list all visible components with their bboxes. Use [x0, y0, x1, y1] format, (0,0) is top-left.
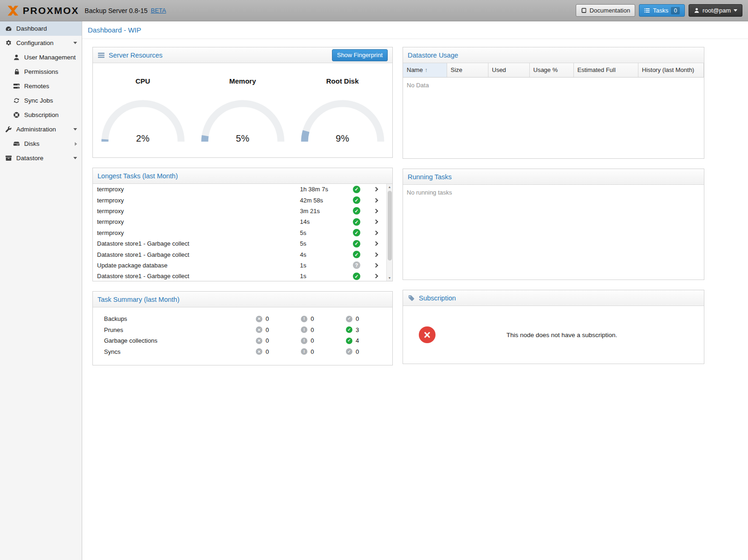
sidebar-item-permissions[interactable]: Permissions [0, 65, 82, 79]
column-header-estimated-full[interactable]: Estimated Full [573, 63, 638, 77]
task-name: termproxy [97, 208, 300, 215]
chevron-down-icon[interactable] [73, 157, 77, 159]
sidebar-item-administration[interactable]: Administration [0, 122, 82, 137]
error-count: 0 [266, 326, 269, 333]
ok-circle-icon [346, 348, 352, 355]
task-open-button[interactable] [365, 264, 386, 267]
task-row[interactable]: termproxy 5s [93, 228, 386, 238]
task-status-icon [353, 261, 360, 269]
task-name: Update package database [97, 262, 300, 269]
task-open-button[interactable] [365, 231, 386, 234]
sidebar-item-remotes[interactable]: Remotes [0, 79, 82, 93]
task-row[interactable]: termproxy 1h 38m 7s [93, 184, 386, 195]
tasks-button[interactable]: Tasks 0 [639, 4, 685, 17]
sidebar-item-label: Configuration [16, 39, 53, 46]
task-name: Datastore store1 - Garbage collect [97, 273, 300, 280]
ok-circle-icon [346, 338, 352, 344]
sidebar-item-label: Administration [16, 126, 56, 133]
longest-tasks-header: Longest Tasks (last Month) [93, 168, 392, 184]
task-duration: 42m 58s [300, 197, 348, 204]
longest-tasks-title: Longest Tasks (last Month) [98, 172, 178, 180]
proxmox-logo: PROXMOX [7, 4, 79, 17]
task-open-button[interactable] [365, 242, 386, 245]
tag-icon [408, 294, 415, 302]
subscription-title: Subscription [419, 294, 456, 302]
task-row[interactable]: termproxy 14s [93, 216, 386, 227]
task-name: termproxy [97, 218, 300, 225]
warning-circle-icon [301, 326, 307, 333]
sidebar-item-subscription[interactable]: Subscription [0, 108, 82, 122]
no-data-text: No Data [403, 78, 704, 93]
gauge-value: 5% [199, 133, 286, 144]
running-tasks-panel: Running Tasks No running tasks [403, 169, 704, 280]
task-row[interactable]: termproxy 42m 58s [93, 195, 386, 205]
column-header-history[interactable]: History (last Month) [638, 63, 704, 77]
gauge-label: CPU [136, 77, 150, 85]
beta-link[interactable]: BETA [151, 7, 166, 14]
brand-text: PROXMOX [23, 5, 79, 16]
task-row[interactable]: Datastore store1 - Garbage collect 1s [93, 271, 386, 281]
task-open-button[interactable] [365, 253, 386, 256]
column-header-name[interactable]: Name↑ [403, 63, 447, 77]
chevron-right-icon [373, 252, 378, 257]
user-menu-label: root@pam [702, 7, 731, 14]
sidebar-item-label: User Management [24, 54, 76, 61]
sidebar-item-dashboard[interactable]: Dashboard [0, 21, 82, 36]
scrollbar-thumb[interactable] [388, 191, 392, 260]
error-count: 0 [266, 315, 269, 322]
chevron-right-icon [373, 220, 378, 224]
sidebar-item-user-management[interactable]: User Management [0, 50, 82, 65]
column-label: Usage % [533, 66, 558, 73]
task-open-button[interactable] [365, 209, 386, 213]
summary-row: Syncs 0 0 0 [93, 346, 392, 358]
task-open-button[interactable] [365, 274, 386, 278]
ok-circle-icon [346, 316, 352, 322]
documentation-button[interactable]: Documentation [576, 4, 635, 17]
task-open-button[interactable] [365, 199, 386, 202]
warning-circle-icon [301, 348, 307, 355]
show-fingerprint-button[interactable]: Show Fingerprint [332, 49, 388, 61]
column-header-usage-pct[interactable]: Usage % [529, 63, 573, 77]
user-menu-button[interactable]: root@pam [689, 4, 742, 17]
task-row[interactable]: Update package database 1s [93, 260, 386, 271]
gauge-value: 2% [99, 133, 187, 144]
scroll-up-button[interactable]: ▲ [387, 184, 392, 190]
task-open-button[interactable] [365, 220, 386, 223]
chevron-down-icon[interactable] [73, 128, 77, 130]
task-status-icon [353, 273, 360, 280]
sidebar-item-disks[interactable]: Disks [0, 137, 82, 151]
task-open-button[interactable] [365, 188, 386, 191]
scroll-down-button[interactable]: ▼ [387, 275, 392, 281]
subscription-header: Subscription [403, 290, 704, 306]
task-row[interactable]: Datastore store1 - Garbage collect 5s [93, 238, 386, 249]
lifebuoy-icon [13, 111, 20, 119]
sidebar-item-label: Datastore [16, 155, 44, 162]
chevron-right-icon [373, 187, 378, 192]
error-circle-icon [256, 348, 262, 355]
sidebar-item-datastore[interactable]: Datastore [0, 151, 82, 165]
sidebar-item-configuration[interactable]: Configuration [0, 36, 82, 50]
gauge-value: 9% [299, 133, 386, 144]
product-name: Backup Server 0.8-15 [85, 7, 147, 14]
task-status-icon [353, 218, 360, 226]
task-status-icon [353, 207, 360, 215]
chevron-right-icon [373, 274, 378, 279]
chevron-right-icon [373, 263, 378, 267]
sidebar-item-sync-jobs[interactable]: Sync Jobs [0, 93, 82, 108]
task-row[interactable]: Datastore store1 - Garbage collect 4s [93, 249, 386, 260]
server-icon [13, 83, 20, 90]
task-summary-title: Task Summary (last Month) [98, 296, 179, 303]
column-label: Name [407, 66, 423, 73]
vertical-scrollbar[interactable]: ▲ ▼ [386, 184, 392, 281]
task-row[interactable]: termproxy 3m 21s [93, 206, 386, 216]
gauge-label: Root Disk [326, 77, 358, 85]
column-label: Used [492, 66, 506, 73]
column-header-used[interactable]: Used [488, 63, 529, 77]
hdd-icon [13, 140, 20, 148]
chevron-right-icon[interactable] [75, 142, 77, 146]
running-tasks-header: Running Tasks [403, 169, 704, 185]
cpu-gauge: CPU 2% [97, 77, 189, 145]
chevron-down-icon[interactable] [73, 42, 77, 44]
chevron-right-icon [373, 198, 378, 202]
column-header-size[interactable]: Size [447, 63, 488, 77]
